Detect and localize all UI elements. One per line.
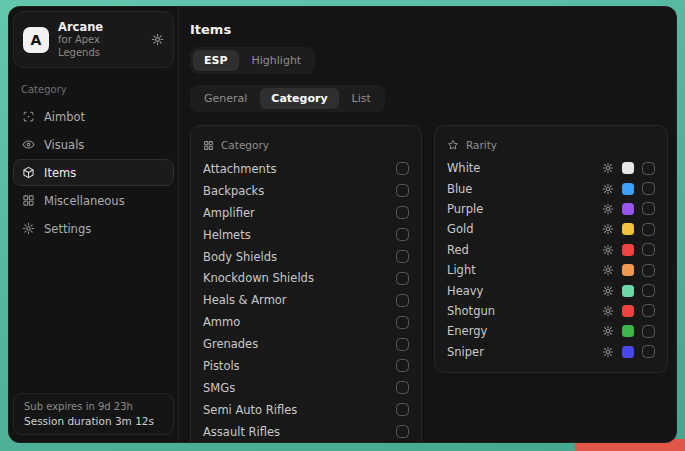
rarity-row: Purple [447, 199, 655, 219]
sidebar-item-aimbot[interactable]: Aimbot [13, 103, 174, 130]
rarity-checkbox[interactable] [642, 202, 655, 215]
tab-general[interactable]: General [193, 88, 258, 109]
category-row: Semi Auto Rifles [203, 399, 409, 421]
desktop-background: { "sidebar": { "app": { "initial": "A", … [0, 0, 685, 451]
sidebar-item-miscellaneous[interactable]: Miscellaneous [13, 187, 174, 214]
rarity-row-controls [602, 264, 655, 277]
rarity-panel-title: Rarity [466, 139, 497, 151]
rarity-settings-gear-icon[interactable] [602, 346, 614, 358]
rarity-row-label: Energy [447, 324, 602, 338]
sidebar-item-label: Visuals [44, 138, 84, 152]
rarity-color-swatch[interactable] [622, 162, 634, 174]
sidebar-item-label: Aimbot [44, 110, 85, 124]
tab-esp[interactable]: ESP [193, 50, 239, 71]
rarity-color-swatch[interactable] [622, 305, 634, 317]
rarity-checkbox[interactable] [642, 162, 655, 175]
rarity-panel: Rarity White [434, 125, 668, 373]
category-row-label: Assault Rifles [203, 425, 280, 439]
rarity-settings-gear-icon[interactable] [602, 325, 614, 337]
category-checkbox[interactable] [396, 359, 409, 372]
category-row: Assault Rifles [203, 421, 409, 443]
tab-category[interactable]: Category [260, 88, 338, 109]
rarity-row-controls [602, 345, 655, 358]
rarity-checkbox[interactable] [642, 264, 655, 277]
rarity-color-swatch[interactable] [622, 325, 634, 337]
rarity-row-controls [602, 284, 655, 297]
sub-expiry-text: Sub expires in 9d 23h [24, 401, 163, 412]
sidebar-item-items[interactable]: Items [13, 159, 174, 186]
category-checkbox[interactable] [396, 425, 409, 438]
rarity-checkbox[interactable] [642, 325, 655, 338]
panels-row: Category Attachments Backpacks [190, 125, 668, 443]
rarity-panel-header: Rarity [447, 134, 655, 156]
rarity-settings-gear-icon[interactable] [602, 264, 614, 276]
tab-list[interactable]: List [341, 88, 382, 109]
category-row-label: Semi Auto Rifles [203, 403, 297, 417]
category-checkbox[interactable] [396, 294, 409, 307]
rarity-row-controls [602, 202, 655, 215]
rarity-settings-gear-icon[interactable] [602, 223, 614, 235]
subscription-info-box: Sub expires in 9d 23h Session duration 3… [13, 393, 174, 435]
rarity-color-swatch[interactable] [622, 183, 634, 195]
rarity-row: Energy [447, 321, 655, 341]
category-row-label: Grenades [203, 337, 258, 351]
rarity-checkbox[interactable] [642, 345, 655, 358]
rarity-settings-gear-icon[interactable] [602, 162, 614, 174]
app-settings-gear-icon[interactable] [151, 33, 164, 46]
rarity-color-swatch[interactable] [622, 285, 634, 297]
category-checkbox[interactable] [396, 381, 409, 394]
sidebar-item-label: Miscellaneous [44, 194, 125, 208]
sidebar-item-settings[interactable]: Settings [13, 215, 174, 242]
rarity-color-swatch[interactable] [622, 223, 634, 235]
category-row-label: Amplifier [203, 206, 255, 220]
rarity-settings-gear-icon[interactable] [602, 244, 614, 256]
category-checkbox[interactable] [396, 338, 409, 351]
sidebar-item-visuals[interactable]: Visuals [13, 131, 174, 158]
grid-icon [22, 194, 35, 207]
gear-icon [22, 222, 35, 235]
rarity-checkbox[interactable] [642, 243, 655, 256]
rarity-row-label: Purple [447, 202, 602, 216]
rarity-checkbox[interactable] [642, 284, 655, 297]
rarity-row: Heavy [447, 280, 655, 300]
rarity-checkbox[interactable] [642, 223, 655, 236]
rarity-row-label: White [447, 161, 602, 175]
rarity-checkbox[interactable] [642, 304, 655, 317]
rarity-settings-gear-icon[interactable] [602, 183, 614, 195]
category-panel: Category Attachments Backpacks [190, 125, 422, 443]
category-checkbox[interactable] [396, 272, 409, 285]
category-row-label: Backpacks [203, 184, 264, 198]
category-row-label: Body Shields [203, 250, 277, 264]
main-content: Items ESP Highlight General Category Lis… [179, 7, 677, 442]
category-checkbox[interactable] [396, 184, 409, 197]
rarity-row-controls [602, 223, 655, 236]
rarity-row: Shotgun [447, 301, 655, 321]
session-duration-text: Session duration 3m 12s [24, 415, 163, 427]
category-checkbox[interactable] [396, 206, 409, 219]
rarity-settings-gear-icon[interactable] [602, 305, 614, 317]
rarity-color-swatch[interactable] [622, 346, 634, 358]
category-checkbox[interactable] [396, 250, 409, 263]
category-checkbox[interactable] [396, 403, 409, 416]
category-checkbox[interactable] [396, 162, 409, 175]
rarity-row-controls [602, 243, 655, 256]
rarity-row: Light [447, 260, 655, 280]
tab-highlight[interactable]: Highlight [241, 50, 313, 71]
category-checkbox[interactable] [396, 228, 409, 241]
rarity-row-label: Light [447, 263, 602, 277]
rarity-color-swatch[interactable] [622, 264, 634, 276]
rarity-row-controls [602, 325, 655, 338]
rarity-list: White [447, 158, 655, 362]
app-meta: Arcane for Apex Legends [58, 20, 142, 59]
rarity-settings-gear-icon[interactable] [602, 203, 614, 215]
category-row-label: Ammo [203, 315, 240, 329]
sidebar: A Arcane for Apex Legends Category Aimbo [9, 7, 179, 442]
mode-tab-group: ESP Highlight [190, 47, 315, 74]
rarity-row-label: Shotgun [447, 304, 602, 318]
rarity-color-swatch[interactable] [622, 203, 634, 215]
rarity-color-swatch[interactable] [622, 244, 634, 256]
rarity-settings-gear-icon[interactable] [602, 285, 614, 297]
sidebar-section-label: Category [13, 78, 174, 103]
rarity-checkbox[interactable] [642, 182, 655, 195]
category-checkbox[interactable] [396, 316, 409, 329]
